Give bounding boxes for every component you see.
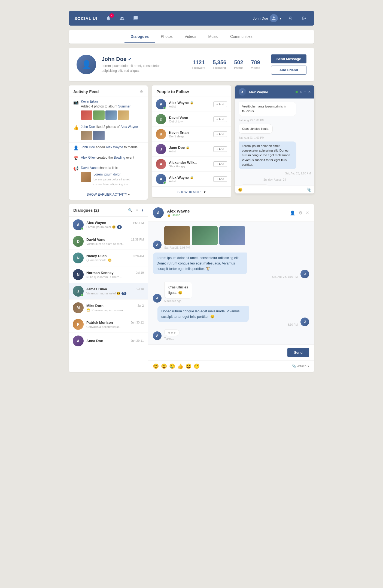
tab-communities[interactable]: Communities [224,30,259,43]
main-chat-contact-status: 🔒 Online [167,213,287,217]
dialogue-item-mike[interactable]: M Mike Dorn Jul 2 😷 Praesent sapien mass… [69,300,148,316]
dialogue-item-david[interactable]: D David Vane 11:39 PM Vestibulum ac diam… [69,233,148,250]
dialogues-header: Dialogues (2) 🔍 ✏ ℹ [69,204,148,217]
dialogue-info-alex: Alex Wayne 1:55 PM Lorem ipsum dolor 😊 1 [86,221,144,229]
dialogue-info-nancy: Nancy Dilan 0:28 AM Quam vehicula. 😄 [86,254,144,262]
emoji-icon[interactable]: 😊 [238,188,242,192]
logout-icon[interactable] [300,14,309,23]
friends-icon[interactable] [118,14,126,23]
emoji-toolbar: 😊 😃 😢 👍 😄 😐 📎 Attach ▾ [148,360,314,372]
close-chat-popup-icon[interactable]: ✕ [308,90,311,94]
dialogue-time-james: Jul 16 [136,288,144,291]
add-button-jane[interactable]: + Add [213,146,227,152]
follow-name-kevin: Kevin Ertan [169,131,211,135]
main-msg-avatar-alex1: A [153,241,162,249]
emoji-icon-1[interactable]: 😊 [153,363,159,369]
activity-link-alexgilev[interactable]: Alex Gilev [81,156,96,159]
add-button-alex2[interactable]: + Add [213,176,227,182]
typing-dot-3 [174,332,175,334]
activity-settings-icon[interactable]: ⚙ [140,90,143,94]
dialogue-item-james[interactable]: J James Dilan Jul 16 Vivamus magna justo… [69,283,148,300]
navbar: SOCIAL UI 2 John Doe ▾ [69,11,314,26]
tab-photos[interactable]: Photos [155,30,179,43]
minimize-icon[interactable]: ○ [300,90,302,94]
username-label: John Doe [253,16,268,20]
add-friend-button[interactable]: Add Friend [271,66,306,75]
dialogue-item-alex[interactable]: A Alex Wayne 1:55 PM Lorem ipsum dolor 😊… [69,217,148,233]
follow-sub-david: Out of town [169,120,211,123]
tab-videos[interactable]: Videos [179,30,202,43]
activity-link-johndoe2[interactable]: John Doe [81,145,95,149]
main-chat-contact-avatar: A [153,207,164,218]
activity-shared-link-title[interactable]: Lorem ipsum dolor [93,172,143,177]
add-button-kevin[interactable]: + Add [213,131,227,137]
main-chat-input[interactable] [153,350,287,355]
dialogue-preview-patrick: Convallis a pellentesque... [86,325,144,328]
add-friend-chat-icon[interactable]: 👤 [290,210,295,216]
activity-text-event: Alex Gilev created the Bowling event [81,155,134,160]
popup-msg-3: Lorem ipsum dolor sit amet, consectetur … [239,141,296,169]
main-chat-input-bar: Send [148,344,314,360]
dialogues-search-icon[interactable]: 🔍 [128,208,132,212]
people-to-follow-footer: SHOW 10 MORE ▾ [152,186,231,197]
expand-icon[interactable]: □ [304,90,306,94]
dialogues-info-icon[interactable]: ℹ [142,208,143,212]
notifications-icon[interactable]: 2 [104,14,113,23]
settings-chat-icon[interactable]: ⚙ [299,210,302,216]
tabs-bar: Dialogues Photos Videos Music Communitie… [69,30,314,44]
dialogue-time-mike: Jul 2 [138,304,144,307]
activity-link-alexwayne2[interactable]: Alex Wayne [106,145,123,149]
photo-thumb [93,131,105,140]
dialogue-name-james: James Dilan [86,287,107,291]
show-10-more-button[interactable]: SHOW 10 MORE [177,190,203,194]
photo-thumb [81,110,92,120]
dialogue-item-nancy[interactable]: N Nancy Dilan 0:28 AM Quam vehicula. 😄 [69,250,148,266]
send-message-btn[interactable]: Send [287,348,309,357]
photo-thumb [118,110,129,120]
activity-text-link: David Vane shared a link: Lorem ipsum do… [81,165,143,187]
dialogue-avatar-james: J [73,286,84,297]
activity-link-davidvane[interactable]: David Vane [81,166,98,170]
follow-info-alex1: Alex Wayne 🔒 Artist [169,101,211,108]
photo-thumb [105,110,117,120]
chat-popup-attach-icon[interactable]: 📎 [307,187,311,192]
emoji-icon-4[interactable]: 👍 [177,363,183,369]
add-button-alex1[interactable]: + Add [213,101,227,107]
dialogue-online-alex [81,227,83,230]
activity-link-johndoe1[interactable]: John Doe [81,125,95,129]
emoji-icon-3[interactable]: 😢 [169,363,175,369]
close-chat-icon[interactable]: ✕ [306,210,309,216]
activity-feed-title: Activity Feed [73,89,99,94]
dialogue-item-patrick[interactable]: P Patrick Morison Jun 30,12 Convallis a … [69,316,148,333]
main-msg-avatar-self2: J [300,318,309,326]
dialogue-item-anna[interactable]: A Anna Doe Jun 29,11 [69,333,148,349]
search-icon[interactable] [286,14,295,23]
activity-link-summer[interactable]: Summer [118,104,130,108]
typing-label: Typing... [164,337,180,340]
chat-popup-input[interactable] [245,188,305,192]
activity-link-bowling[interactable]: Bowling [114,156,125,159]
activity-link-alexwayne1[interactable]: Alex Wayne [120,125,138,129]
photo-message-strip [164,226,245,245]
dialogue-name-mike: Mike Dorn [86,304,104,308]
main-msg-in1: Cras ultricies ligula. 😊 [164,282,192,298]
messages-icon[interactable] [131,14,140,23]
activity-link-kevin[interactable]: Kevin Ertan [81,100,98,103]
show-earlier-activity-button[interactable]: SHOW EARLIER ACTIVITY [87,193,127,196]
user-menu[interactable]: John Doe ▾ [253,14,281,22]
dialogue-item-norman[interactable]: N Norman Kenney Jul 19 Nulla quis lorem … [69,266,148,283]
main-msg-out2-wrap: Donec rutrum congue leo eget malesuada. … [157,306,298,326]
online-dot-popup [296,91,298,93]
emoji-icon-5[interactable]: 😄 [186,363,192,369]
emoji-icon-6[interactable]: 😐 [194,363,200,369]
add-button-david[interactable]: + Add [213,116,227,122]
tab-dialogues[interactable]: Dialogues [124,30,155,43]
dialogue-time-nancy: 0:28 AM [133,254,144,258]
emoji-icon-2[interactable]: 😃 [161,363,167,369]
dialogues-compose-icon[interactable]: ✏ [136,208,139,212]
tab-music[interactable]: Music [202,30,224,43]
add-button-alexander[interactable]: + Add [213,161,227,167]
send-message-button[interactable]: Send Message [271,54,306,63]
attach-button[interactable]: 📎 Attach ▾ [292,364,309,368]
main-msg-row-outgoing1: Lorem ipsum dolor sit amet, consectetur … [153,253,309,278]
